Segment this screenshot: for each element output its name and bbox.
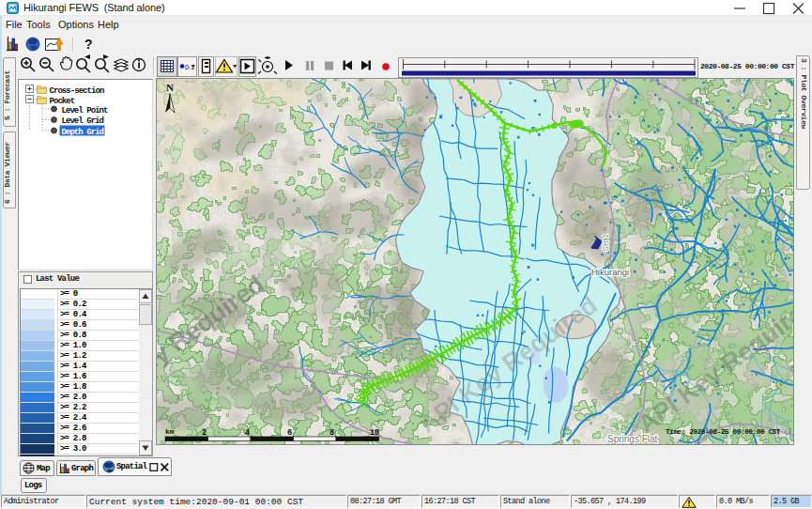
svg-text:Hikurangi: Hikurangi xyxy=(591,267,629,277)
svg-text:SH 1: SH 1 xyxy=(601,234,610,252)
svg-text:Level Grid: Level Grid xyxy=(62,116,104,126)
svg-text:4: 4 xyxy=(245,428,250,438)
svg-text:km: km xyxy=(165,427,175,436)
svg-text:2: 2 xyxy=(202,428,207,438)
svg-text:N: N xyxy=(166,82,174,93)
svg-text:Cross-section: Cross-section xyxy=(50,86,104,96)
svg-text:10: 10 xyxy=(370,428,379,438)
svg-text:8: 8 xyxy=(329,428,334,438)
svg-text:Pocket: Pocket xyxy=(50,97,75,106)
svg-text:Time: 2020-08-25 00:00:00 CST: Time: 2020-08-25 00:00:00 CST xyxy=(666,428,781,436)
svg-text:Level Point: Level Point xyxy=(62,106,109,116)
svg-text:6: 6 xyxy=(287,428,292,438)
svg-text:?: ? xyxy=(84,37,93,52)
svg-text:Depth Grid: Depth Grid xyxy=(62,128,104,137)
